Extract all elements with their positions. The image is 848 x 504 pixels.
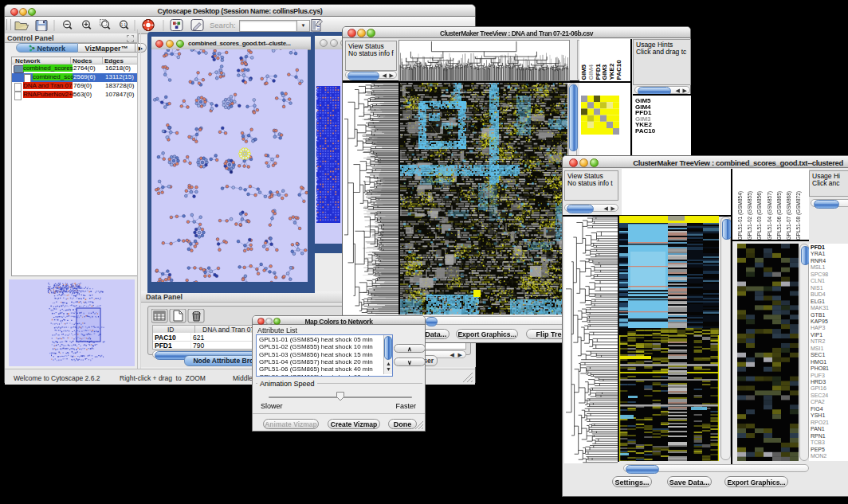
- svg-text:1:1: 1:1: [121, 23, 127, 27]
